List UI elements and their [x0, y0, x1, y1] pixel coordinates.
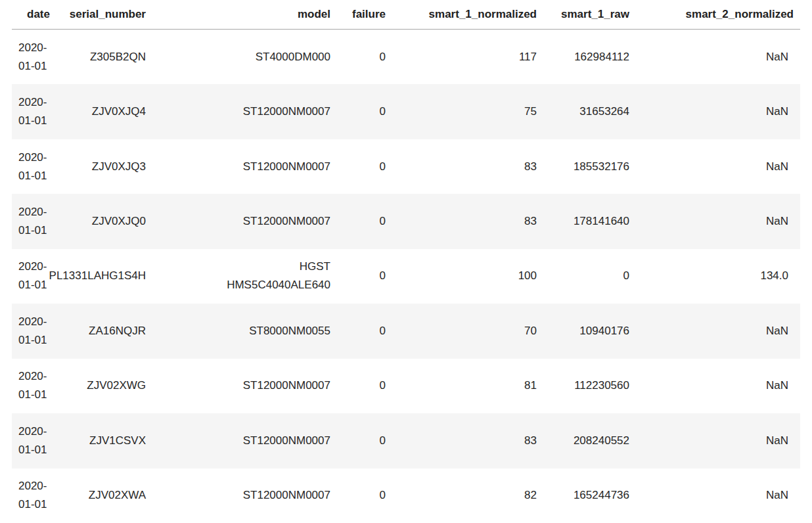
cell-serial_number: ZJV0XJQ3	[56, 139, 152, 194]
table-body: 2020-01-01Z305B2QNST4000DM00001171629841…	[12, 30, 800, 523]
cell-model: ST12000NM0007	[152, 359, 337, 413]
column-header-smart_2_normalized: smart_2_normalized	[636, 0, 800, 29]
cell-smart_2_normalized: NaN	[636, 84, 800, 139]
cell-smart_1_raw: 185532176	[543, 139, 636, 194]
cell-smart_2_normalized: NaN	[636, 359, 800, 413]
column-header-date: date	[12, 0, 56, 29]
table-row: 2020-01-01ZJV0XJQ4ST12000NM0007075316532…	[12, 84, 800, 139]
header-row: dateserial_numbermodelfailuresmart_1_nor…	[12, 0, 800, 30]
cell-smart_1_normalized: 83	[392, 194, 543, 248]
cell-smart_1_normalized: 82	[392, 468, 543, 523]
column-header-serial_number: serial_number	[56, 0, 152, 29]
cell-smart_1_raw: 162984112	[543, 30, 636, 84]
cell-smart_1_raw: 31653264	[543, 84, 636, 139]
table-row: 2020-01-01ZA16NQJRST8000NM00550701094017…	[12, 304, 800, 358]
cell-serial_number: ZJV02XWA	[56, 468, 152, 523]
cell-date: 2020-01-01	[12, 30, 56, 84]
table-row: 2020-01-01ZJV1CSVXST12000NM0007083208240…	[12, 413, 800, 468]
table-row: 2020-01-01ZJV02XWGST12000NM0007081112230…	[12, 359, 800, 413]
cell-failure: 0	[337, 84, 392, 139]
cell-model: ST8000NM0055	[152, 304, 337, 358]
table-row: 2020-01-01ZJV0XJQ0ST12000NM0007083178141…	[12, 194, 800, 248]
cell-date: 2020-01-01	[12, 139, 56, 194]
table-row: 2020-01-01PL1331LAHG1S4HHGST HMS5C4040AL…	[12, 249, 800, 304]
cell-smart_2_normalized: NaN	[636, 468, 800, 523]
cell-model: ST4000DM000	[152, 30, 337, 84]
cell-failure: 0	[337, 304, 392, 358]
dataframe-table: dateserial_numbermodelfailuresmart_1_nor…	[12, 0, 800, 523]
cell-serial_number: ZJV0XJQ4	[56, 84, 152, 139]
cell-serial_number: ZJV0XJQ0	[56, 194, 152, 248]
cell-smart_1_raw: 208240552	[543, 413, 636, 468]
cell-failure: 0	[337, 139, 392, 194]
cell-serial_number: ZA16NQJR	[56, 304, 152, 358]
column-header-failure: failure	[337, 0, 392, 29]
cell-smart_2_normalized: NaN	[636, 30, 800, 84]
cell-model: ST12000NM0007	[152, 84, 337, 139]
cell-failure: 0	[337, 413, 392, 468]
cell-smart_1_normalized: 83	[392, 139, 543, 194]
cell-failure: 0	[337, 30, 392, 84]
cell-serial_number: ZJV02XWG	[56, 359, 152, 413]
table-row: 2020-01-01ZJV0XJQ3ST12000NM0007083185532…	[12, 139, 800, 194]
cell-smart_1_normalized: 75	[392, 84, 543, 139]
cell-date: 2020-01-01	[12, 84, 56, 139]
cell-date: 2020-01-01	[12, 413, 56, 468]
cell-smart_1_normalized: 70	[392, 304, 543, 358]
cell-smart_1_raw: 165244736	[543, 468, 636, 523]
cell-failure: 0	[337, 468, 392, 523]
table-row: 2020-01-01Z305B2QNST4000DM00001171629841…	[12, 30, 800, 84]
cell-serial_number: PL1331LAHG1S4H	[56, 249, 152, 304]
cell-date: 2020-01-01	[12, 468, 56, 523]
cell-failure: 0	[337, 359, 392, 413]
cell-smart_2_normalized: NaN	[636, 139, 800, 194]
cell-failure: 0	[337, 249, 392, 304]
cell-model: ST12000NM0007	[152, 413, 337, 468]
cell-serial_number: ZJV1CSVX	[56, 413, 152, 468]
column-header-smart_1_normalized: smart_1_normalized	[392, 0, 543, 29]
cell-date: 2020-01-01	[12, 194, 56, 248]
cell-smart_1_normalized: 81	[392, 359, 543, 413]
table-row: 2020-01-01ZJV02XWAST12000NM0007082165244…	[12, 468, 800, 523]
cell-model: ST12000NM0007	[152, 139, 337, 194]
cell-smart_1_normalized: 83	[392, 413, 543, 468]
cell-smart_2_normalized: NaN	[636, 413, 800, 468]
column-header-smart_1_raw: smart_1_raw	[543, 0, 636, 29]
cell-smart_1_raw: 0	[543, 249, 636, 304]
cell-smart_2_normalized: 134.0	[636, 249, 800, 304]
column-header-model: model	[152, 0, 337, 29]
cell-model: HGST HMS5C4040ALE640	[152, 249, 337, 304]
cell-date: 2020-01-01	[12, 304, 56, 358]
cell-smart_1_raw: 10940176	[543, 304, 636, 358]
cell-smart_2_normalized: NaN	[636, 194, 800, 248]
cell-smart_1_raw: 178141640	[543, 194, 636, 248]
cell-smart_1_raw: 112230560	[543, 359, 636, 413]
cell-date: 2020-01-01	[12, 359, 56, 413]
cell-failure: 0	[337, 194, 392, 248]
cell-serial_number: Z305B2QN	[56, 30, 152, 84]
cell-smart_1_normalized: 117	[392, 30, 543, 84]
cell-model: ST12000NM0007	[152, 194, 337, 248]
cell-smart_2_normalized: NaN	[636, 304, 800, 358]
cell-model: ST12000NM0007	[152, 468, 337, 523]
cell-smart_1_normalized: 100	[392, 249, 543, 304]
